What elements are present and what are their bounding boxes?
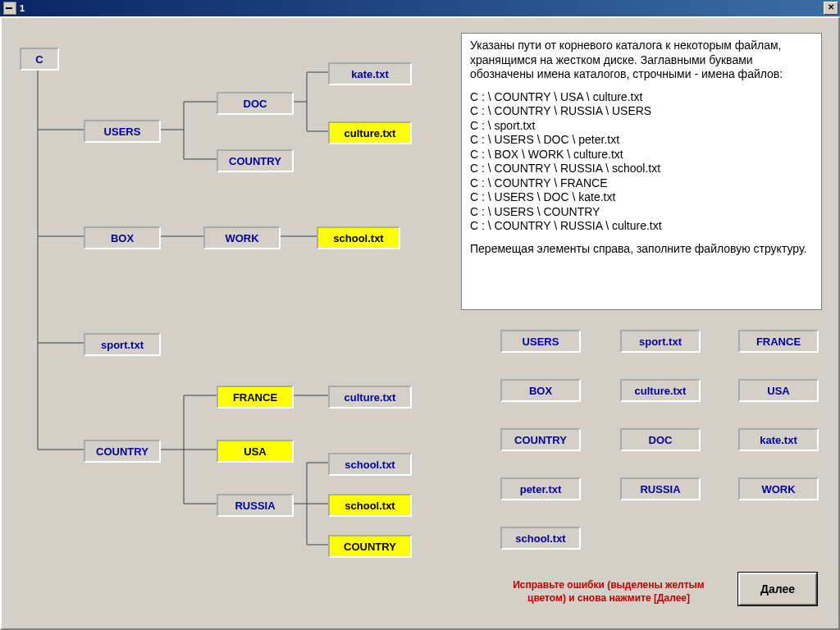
- palette-item-label: RUSSIA: [640, 483, 680, 495]
- tree-node-label: culture.txt: [345, 391, 396, 404]
- palette-item-4[interactable]: culture.txt: [620, 379, 701, 402]
- tree-node-france[interactable]: FRANCE: [217, 386, 294, 409]
- tree-node-label: school.txt: [333, 232, 383, 244]
- tree-node-doc[interactable]: DOC: [217, 92, 294, 115]
- palette-item-label: sport.txt: [639, 336, 682, 348]
- palette-item-label: peter.txt: [520, 483, 562, 495]
- palette-item-0[interactable]: USERS: [500, 330, 581, 353]
- tree-node-label: COUNTRY: [344, 541, 396, 553]
- tree-node-file_d2[interactable]: culture.txt: [328, 121, 412, 144]
- tree-node-label: school.txt: [345, 500, 395, 512]
- tree-node-label: sport.txt: [101, 339, 144, 351]
- palette-item-12[interactable]: school.txt: [500, 527, 581, 550]
- palette-item-7[interactable]: DOC: [620, 428, 701, 451]
- palette-item-label: kate.txt: [760, 434, 797, 446]
- titlebar: 1 ✕: [0, 0, 840, 16]
- instructions-tail: Перемещая элементы справа, заполните фай…: [470, 242, 813, 257]
- palette-item-9[interactable]: peter.txt: [500, 477, 581, 500]
- tree-node-label: kate.txt: [351, 68, 389, 80]
- tree-node-label: COUNTRY: [96, 445, 148, 458]
- tree-node-label: WORK: [225, 232, 258, 244]
- tree-node-country1[interactable]: COUNTRY: [217, 149, 294, 172]
- palette-item-1[interactable]: sport.txt: [620, 330, 701, 353]
- close-button[interactable]: ✕: [824, 2, 838, 15]
- tree-root-label: C: [35, 53, 43, 66]
- tree-root: C: [20, 48, 59, 71]
- tree-node-label: FRANCE: [233, 391, 277, 404]
- tree-node-kate[interactable]: kate.txt: [328, 62, 412, 85]
- palette-item-label: USA: [767, 385, 789, 397]
- tree-node-russia[interactable]: RUSSIA: [217, 494, 294, 517]
- palette-item-11[interactable]: WORK: [738, 477, 819, 500]
- palette-item-label: school.txt: [515, 532, 565, 545]
- tree-node-usa[interactable]: USA: [217, 440, 294, 463]
- palette-item-label: DOC: [649, 434, 673, 446]
- next-button-label: Далее: [760, 582, 795, 596]
- palette-item-3[interactable]: BOX: [500, 379, 581, 402]
- palette-item-8[interactable]: kate.txt: [738, 428, 819, 451]
- tree-node-label: USERS: [104, 126, 141, 138]
- tree-node-file_r3[interactable]: COUNTRY: [328, 535, 412, 558]
- palette-item-label: culture.txt: [635, 385, 687, 397]
- tree-node-label: COUNTRY: [229, 155, 281, 167]
- tree-node-label: RUSSIA: [235, 500, 275, 512]
- tree-node-school3[interactable]: school.txt: [328, 453, 412, 476]
- error-hint: Исправьте ошибки (выделены желтым цветом…: [494, 579, 724, 605]
- palette-item-label: USERS: [523, 336, 559, 348]
- tree-node-file_r2[interactable]: school.txt: [328, 494, 412, 517]
- tree-node-country2[interactable]: COUNTRY: [84, 440, 161, 463]
- palette-item-label: BOX: [529, 385, 552, 397]
- tree-node-label: DOC: [244, 98, 267, 110]
- tree-node-culture3[interactable]: culture.txt: [328, 386, 412, 409]
- palette-item-label: WORK: [761, 483, 795, 495]
- palette-item-5[interactable]: USA: [738, 379, 819, 402]
- tree-node-label: school.txt: [345, 459, 395, 471]
- palette-item-label: COUNTRY: [514, 434, 567, 446]
- palette-item-2[interactable]: FRANCE: [738, 330, 819, 353]
- tree-node-work[interactable]: WORK: [203, 226, 281, 249]
- app-icon: [3, 2, 16, 15]
- next-button[interactable]: Далее: [738, 573, 817, 605]
- instructions-panel: Указаны пути от корневого каталога к нек…: [461, 33, 822, 310]
- work-area: C USERSDOCCOUNTRYkate.txtculture.txtBOXW…: [0, 16, 840, 630]
- tree-node-box[interactable]: BOX: [84, 226, 161, 249]
- tree-node-file_w[interactable]: school.txt: [317, 226, 400, 249]
- palette-item-label: FRANCE: [756, 336, 801, 348]
- tree-node-label: culture.txt: [345, 127, 396, 139]
- instructions-intro: Указаны пути от корневого каталога к нек…: [470, 39, 813, 82]
- tree-node-label: BOX: [111, 232, 134, 244]
- tree-node-users[interactable]: USERS: [84, 120, 161, 143]
- app-window: 1 ✕ C USERSDOCCOUNTRYkate.txtculture.txt…: [0, 0, 840, 630]
- tree-node-label: USA: [244, 445, 266, 458]
- palette-item-10[interactable]: RUSSIA: [620, 477, 701, 500]
- window-title: 1: [20, 3, 25, 13]
- palette-item-6[interactable]: COUNTRY: [500, 428, 581, 451]
- instructions-paths: C : \ COUNTRY \ USA \ culture.txt C : \ …: [470, 90, 813, 234]
- tree-node-sport[interactable]: sport.txt: [84, 333, 161, 356]
